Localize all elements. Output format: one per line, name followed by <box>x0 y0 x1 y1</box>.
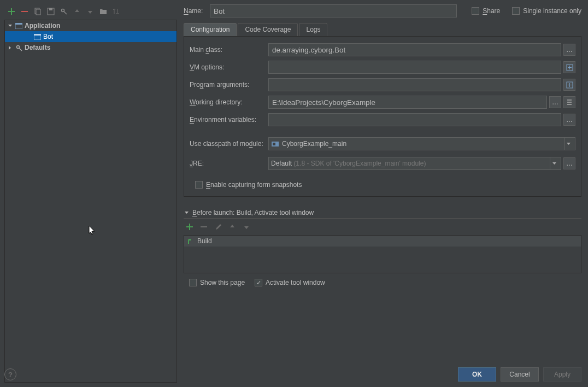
configuration-panel: Main class: … VM options: Program argume… <box>184 37 581 197</box>
name-input[interactable] <box>210 4 457 17</box>
cancel-button[interactable]: Cancel <box>501 367 539 382</box>
tree-label: Bot <box>43 33 53 40</box>
tab-code-coverage[interactable]: Code Coverage <box>238 23 298 36</box>
chevron-down-icon <box>564 138 573 150</box>
wrench-icon <box>15 44 22 51</box>
list-item[interactable]: Build <box>184 236 581 247</box>
working-directory-input[interactable] <box>268 96 547 109</box>
program-arguments-input[interactable] <box>268 78 561 91</box>
move-up-icon[interactable] <box>72 7 82 16</box>
chevron-down-icon[interactable] <box>184 210 189 215</box>
classpath-module-label: Use classpath of module: <box>190 140 266 148</box>
remove-icon[interactable] <box>20 7 30 16</box>
dialog-footer: ? OK Cancel Apply <box>4 367 581 382</box>
expand-button[interactable] <box>563 61 575 73</box>
browse-button[interactable]: … <box>563 114 575 126</box>
svg-rect-3 <box>49 8 52 10</box>
apply-button[interactable]: Apply <box>543 367 581 382</box>
browse-button[interactable]: … <box>563 157 575 169</box>
vm-options-input[interactable] <box>268 61 561 74</box>
svg-rect-8 <box>34 34 41 36</box>
list-button[interactable] <box>563 96 575 108</box>
left-panel: Application Bot Defaults <box>0 0 177 387</box>
move-up-icon[interactable] <box>227 222 237 232</box>
jre-label: JRE: <box>190 160 266 167</box>
before-launch-toolbar <box>184 219 581 235</box>
single-instance-checkbox[interactable]: Single instance only <box>512 7 581 15</box>
browse-button[interactable]: … <box>563 44 575 56</box>
main-class-label: Main class: <box>190 46 266 54</box>
add-icon[interactable] <box>7 7 16 16</box>
jre-select[interactable]: Default (1.8 - SDK of 'CyborgExample_mai… <box>268 157 561 170</box>
move-down-icon[interactable] <box>85 7 95 16</box>
svg-rect-13 <box>273 143 275 145</box>
enable-capture-checkbox[interactable]: Enable capturing form snapshots <box>195 181 302 189</box>
browse-button[interactable]: … <box>549 96 561 108</box>
sort-icon[interactable] <box>111 7 121 16</box>
svg-point-9 <box>16 45 19 48</box>
chevron-down-icon <box>550 157 558 169</box>
save-icon[interactable] <box>46 7 56 16</box>
before-launch-title: Before launch: Build, Activate tool wind… <box>192 209 314 216</box>
add-icon[interactable] <box>185 222 195 232</box>
share-checkbox[interactable]: Share <box>472 7 500 15</box>
expand-button[interactable] <box>563 79 575 91</box>
vm-options-label: VM options: <box>190 63 266 71</box>
application-icon <box>15 22 22 30</box>
edit-icon[interactable] <box>213 222 223 232</box>
application-icon <box>33 33 41 40</box>
tab-configuration[interactable]: Configuration <box>184 23 237 36</box>
move-down-icon[interactable] <box>242 222 251 232</box>
program-arguments-label: Program arguments: <box>190 81 266 89</box>
environment-variables-input[interactable] <box>268 113 561 126</box>
before-launch-section: Before launch: Build, Activate tool wind… <box>184 209 581 286</box>
help-icon[interactable]: ? <box>4 368 16 380</box>
hammer-icon <box>186 237 194 245</box>
tree-node-bot[interactable]: Bot <box>5 31 177 42</box>
svg-point-4 <box>62 9 64 12</box>
header-row: Name: Share Single instance only <box>184 4 581 17</box>
name-label: Name: <box>184 7 205 15</box>
ok-button[interactable]: OK <box>458 367 496 382</box>
chevron-right-icon[interactable] <box>7 45 13 50</box>
folder-icon[interactable] <box>98 7 108 16</box>
wrench-icon[interactable] <box>59 7 69 16</box>
svg-rect-1 <box>36 9 40 15</box>
copy-icon[interactable] <box>33 7 43 16</box>
svg-rect-6 <box>15 23 22 25</box>
tree-node-application[interactable]: Application <box>5 20 177 31</box>
right-panel: Name: Share Single instance only Configu… <box>177 0 588 387</box>
tree-label: Application <box>25 22 60 30</box>
tree-node-defaults[interactable]: Defaults <box>5 42 177 53</box>
tabs: Configuration Code Coverage Logs <box>184 23 581 37</box>
remove-icon[interactable] <box>199 222 209 232</box>
configurations-tree[interactable]: Application Bot Defaults <box>4 20 177 383</box>
chevron-down-icon[interactable] <box>7 23 13 28</box>
activate-tool-window-checkbox[interactable]: Activate tool window <box>255 279 325 286</box>
environment-variables-label: Environment variables: <box>190 116 266 124</box>
before-launch-list[interactable]: Build <box>184 235 581 273</box>
tree-label: Defaults <box>25 44 50 51</box>
tree-toolbar <box>4 4 177 20</box>
module-icon <box>271 140 279 148</box>
working-directory-label: Working directory: <box>190 98 266 106</box>
main-class-input[interactable] <box>268 43 561 56</box>
classpath-module-select[interactable]: CyborgExample_main <box>268 137 575 150</box>
tab-logs[interactable]: Logs <box>299 23 327 36</box>
show-this-page-checkbox[interactable]: Show this page <box>189 279 245 286</box>
